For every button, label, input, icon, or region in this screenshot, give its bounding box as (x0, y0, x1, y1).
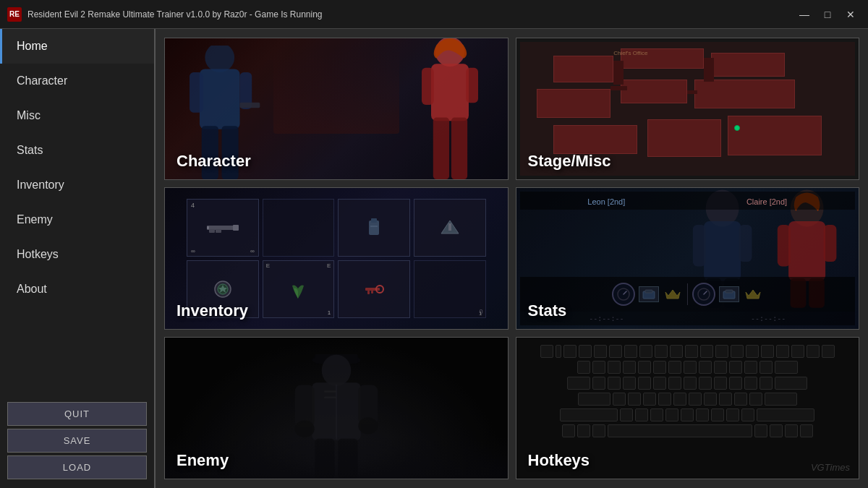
minimize-button[interactable]: — (794, 7, 814, 22)
app-icon: RE (7, 7, 22, 22)
sidebar-item-enemy[interactable]: Enemy (0, 202, 154, 237)
maximize-button[interactable]: □ (817, 7, 838, 22)
inventory-label: Inventory (176, 301, 248, 320)
quit-button[interactable]: QUIT (7, 402, 147, 426)
sidebar-item-about[interactable]: About (0, 272, 154, 307)
panel-enemy[interactable]: Enemy (164, 337, 509, 479)
load-button[interactable]: LOAD (7, 455, 147, 479)
titlebar: RE Resident Evil 2 Remake Ultimate Train… (0, 0, 868, 29)
panel-inventory[interactable]: 4 ∞ ∞ 1 (164, 187, 509, 330)
panel-hotkeys[interactable]: VGTimes Hotkeys (516, 337, 860, 479)
stage-label: Stage/Misc (528, 152, 611, 171)
sidebar-item-stats[interactable]: Stats (0, 133, 154, 168)
hotkeys-label: Hotkeys (528, 451, 590, 470)
enemy-label: Enemy (176, 451, 229, 470)
panel-character[interactable]: Character (164, 38, 509, 180)
sidebar: Home Character Misc Stats Inventory Enem… (0, 29, 156, 488)
sidebar-item-misc[interactable]: Misc (0, 98, 154, 133)
sidebar-item-hotkeys[interactable]: Hotkeys (0, 237, 154, 272)
sidebar-nav: Home Character Misc Stats Inventory Enem… (0, 29, 154, 396)
main-container: Home Character Misc Stats Inventory Enem… (0, 29, 868, 488)
sidebar-item-character[interactable]: Character (0, 64, 154, 98)
character-label: Character (176, 152, 251, 171)
titlebar-left: RE Resident Evil 2 Remake Ultimate Train… (7, 7, 323, 22)
sidebar-buttons: QUIT SAVE LOAD (0, 396, 154, 488)
content-area: Character (156, 29, 868, 488)
close-button[interactable]: ✕ (841, 7, 861, 22)
watermark: VGTimes (811, 462, 850, 473)
stats-label: Stats (528, 301, 567, 320)
window-title: Resident Evil 2 Remake Ultimate Trainer … (27, 9, 323, 20)
sidebar-item-home[interactable]: Home (0, 29, 154, 64)
panel-stage[interactable]: Chief's Office Stage/Misc (516, 38, 860, 180)
stats-overlay (516, 188, 859, 329)
panel-stats[interactable]: Leon [2nd] Claire [2nd] (516, 187, 860, 330)
save-button[interactable]: SAVE (7, 429, 147, 453)
sidebar-item-inventory[interactable]: Inventory (0, 168, 154, 202)
window-controls: — □ ✕ (794, 7, 861, 22)
